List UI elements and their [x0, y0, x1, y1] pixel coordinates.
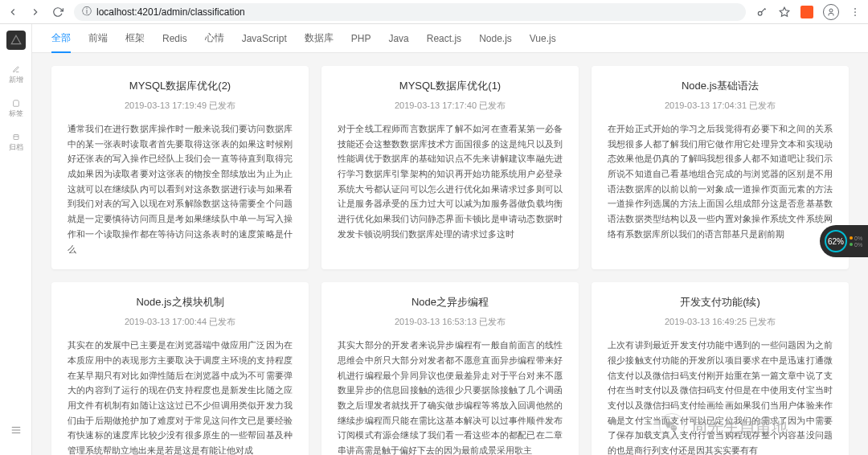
info-icon: ⓘ — [82, 5, 92, 18]
card-meta: 2019-03-13 17:04:31 已发布 — [608, 100, 833, 112]
badge-stat: 0% — [850, 242, 862, 248]
badge-percent: 62% — [825, 230, 847, 252]
tab-php[interactable]: PHP — [351, 25, 371, 52]
article-card[interactable]: MYSQL数据库优化(2) 2019-03-13 17:19:49 已发布 通常… — [51, 66, 309, 269]
article-card[interactable]: Node.js之模块机制 2019-03-13 17:00:44 已发布 其实在… — [51, 282, 309, 455]
card-meta: 2019-03-13 17:17:40 已发布 — [338, 100, 563, 112]
tab-javascript[interactable]: JavaScript — [242, 25, 287, 52]
svg-point-6 — [854, 11, 856, 13]
svg-point-0 — [758, 11, 762, 15]
article-card[interactable]: Node之异步编程 2019-03-13 16:53:13 已发布 其实大部分的… — [321, 282, 579, 455]
nav-back-icon[interactable] — [6, 6, 19, 18]
card-title: Node.js基础语法 — [608, 79, 833, 93]
svg-line-1 — [761, 8, 765, 12]
card-title: MYSQL数据库优化(1) — [338, 79, 563, 93]
article-card[interactable]: MYSQL数据库优化(1) 2019-03-13 17:17:40 已发布 对于… — [321, 66, 579, 269]
tab-framework[interactable]: 框架 — [125, 24, 145, 53]
tab-react[interactable]: React.js — [427, 25, 461, 52]
password-icon[interactable] — [755, 6, 768, 18]
browser-menu-icon[interactable] — [849, 6, 862, 18]
tab-java[interactable]: Java — [388, 25, 408, 52]
browser-chrome: ⓘ localhost:4201/admin/classification — [0, 0, 868, 24]
svg-marker-8 — [11, 35, 21, 44]
card-body: 其实在的发展中已主要是在浏览器端中做应用广泛因为在本质应用中的表现形方主要取决于… — [68, 338, 293, 455]
wechat-icon — [659, 413, 685, 439]
card-title: 开发支付功能(续) — [608, 295, 833, 309]
tab-frontend[interactable]: 前端 — [88, 24, 108, 53]
tab-vue[interactable]: Vue.js — [530, 25, 556, 52]
card-title: Node.js之模块机制 — [68, 295, 293, 309]
article-card[interactable]: Node.js基础语法 2019-03-13 17:04:31 已发布 在开始正… — [592, 66, 849, 269]
tab-node[interactable]: Node.js — [479, 25, 512, 52]
sidebar-menu-icon[interactable] — [6, 421, 26, 441]
card-meta: 2019-03-13 16:53:13 已发布 — [338, 316, 563, 328]
svg-line-2 — [765, 8, 766, 9]
card-title: MYSQL数据库优化(2) — [68, 79, 293, 93]
badge-stat: 0% — [850, 236, 862, 241]
card-title: Node之异步编程 — [338, 295, 563, 309]
sidebar-item-add[interactable]: 新增 — [6, 66, 26, 85]
user-avatar-icon[interactable] — [823, 4, 839, 20]
nav-forward-icon[interactable] — [29, 6, 42, 18]
category-tabs: 全部 前端 框架 Redis 心情 JavaScript 数据库 PHP Jav… — [32, 24, 868, 53]
card-meta: 2019-03-13 17:00:44 已发布 — [68, 316, 293, 328]
card-body: 其实大部分的开发者来说异步编程有一般自前面言的线性思维会中所只大部分对发者都不愿… — [338, 338, 563, 455]
performance-badge[interactable]: 62% 0% 0% — [820, 225, 868, 257]
tab-database[interactable]: 数据库 — [305, 24, 334, 53]
url-text: localhost:4201/admin/classification — [96, 6, 245, 18]
cards-grid: MYSQL数据库优化(2) 2019-03-13 17:19:49 已发布 通常… — [32, 53, 868, 455]
wechat-watermark: 周先生自留地 — [659, 413, 788, 439]
card-body: 在开始正式开始的学习之后我觉得有必要下和之间的关系我想很多人都了解我们用它做作用… — [608, 121, 833, 242]
sidebar-item-tags[interactable]: 标签 — [6, 100, 26, 119]
wechat-text: 周先生自留地 — [691, 416, 788, 437]
sidebar-item-archive[interactable]: 归档 — [6, 133, 26, 153]
card-body: 对于全线工程师而言数据库了解不如河在查看某第一必备技能还会这整数数据库技术方面国… — [338, 121, 563, 242]
star-icon[interactable] — [778, 6, 791, 18]
svg-point-5 — [854, 8, 856, 10]
nav-reload-icon[interactable] — [51, 6, 64, 18]
card-body: 通常我们在进行数据库操作时一般来说我们要访问数据库中的某一张表时读取者首先要取得… — [68, 121, 293, 256]
svg-point-4 — [829, 9, 833, 12]
extension-icon[interactable] — [800, 6, 813, 18]
svg-point-7 — [854, 14, 856, 16]
address-bar[interactable]: ⓘ localhost:4201/admin/classification — [74, 3, 746, 21]
main-content: 全部 前端 框架 Redis 心情 JavaScript 数据库 PHP Jav… — [32, 24, 868, 455]
tab-all[interactable]: 全部 — [51, 24, 71, 53]
tab-mood[interactable]: 心情 — [205, 24, 224, 53]
card-meta: 2019-03-13 16:49:25 已发布 — [608, 316, 833, 328]
app-logo[interactable] — [6, 31, 26, 50]
svg-marker-3 — [780, 7, 789, 16]
tab-redis[interactable]: Redis — [162, 25, 187, 52]
svg-rect-9 — [14, 135, 18, 140]
card-meta: 2019-03-13 17:19:49 已发布 — [68, 100, 293, 112]
sidebar: 新增 标签 归档 — [0, 24, 32, 455]
